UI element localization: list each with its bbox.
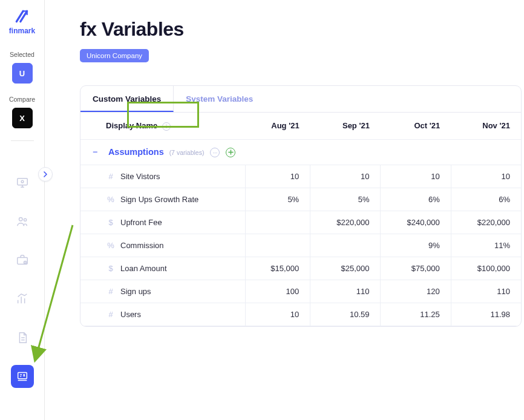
company-badge[interactable]: Unicorn Company xyxy=(80,49,149,62)
cell-value[interactable]: $100,000 xyxy=(451,257,521,280)
cell-value[interactable]: 11.25 xyxy=(381,303,451,326)
cell-value[interactable]: 11% xyxy=(451,234,521,257)
type-icon: # xyxy=(106,287,116,296)
brand-name: finmark xyxy=(9,27,35,35)
nav-expenses[interactable] xyxy=(11,249,34,272)
sidebar-nav xyxy=(11,171,34,388)
row-name-cell: %Sign Ups Growth Rate xyxy=(80,188,246,211)
row-name: Upfront Fee xyxy=(120,218,162,227)
document-icon xyxy=(16,331,29,344)
group-name[interactable]: Assumptions xyxy=(108,147,164,157)
nav-people[interactable] xyxy=(11,210,34,233)
group-add-button[interactable] xyxy=(226,148,235,157)
cell-value[interactable]: $25,000 xyxy=(310,257,381,280)
col-month-3: Nov '21 xyxy=(451,113,521,139)
selected-scenario-chip[interactable]: U xyxy=(12,63,33,84)
cell-value[interactable]: $75,000 xyxy=(381,257,451,280)
cell-value[interactable]: $15,000 xyxy=(246,257,310,280)
svg-rect-0 xyxy=(17,179,27,185)
row-name-cell: $Loan Amount xyxy=(80,257,246,280)
cell-value[interactable]: 10 xyxy=(310,165,381,188)
cell-value[interactable] xyxy=(246,234,310,257)
svg-point-2 xyxy=(19,218,22,221)
nav-documents[interactable] xyxy=(11,326,34,349)
cell-value[interactable]: 9% xyxy=(381,234,451,257)
sidebar-compare-label: Compare xyxy=(9,96,35,103)
row-name: Sign Ups Growth Rate xyxy=(120,195,198,204)
row-name-cell: $Upfront Fee xyxy=(80,211,246,234)
cell-value[interactable]: 120 xyxy=(381,280,451,303)
cell-value[interactable] xyxy=(310,234,381,257)
cell-value[interactable]: 10.59 xyxy=(310,303,381,326)
cell-value[interactable]: 110 xyxy=(451,280,521,303)
type-icon: $ xyxy=(106,264,116,273)
table-row[interactable]: #Users1010.5911.2511.98 xyxy=(80,303,521,326)
compare-scenario-chip[interactable]: X xyxy=(12,108,33,128)
row-name-cell: #Site Vistors xyxy=(80,165,246,188)
cell-value[interactable] xyxy=(246,211,310,234)
briefcase-money-icon xyxy=(16,254,29,267)
svg-rect-6 xyxy=(18,373,27,379)
row-name: Users xyxy=(120,310,141,319)
sidebar: finmark Selected U Compare X xyxy=(0,0,45,420)
type-icon: % xyxy=(106,241,116,250)
table-row[interactable]: #Sign ups100110120110 xyxy=(80,280,521,303)
svg-point-3 xyxy=(24,218,26,221)
type-icon: % xyxy=(106,195,116,204)
tab-custom-variables[interactable]: Custom Variables xyxy=(80,86,174,112)
type-icon: $ xyxy=(106,218,116,227)
variables-table: Display Name i Aug '21 Sep '21 Oct '21 N… xyxy=(80,113,521,326)
cell-value[interactable]: 6% xyxy=(451,188,521,211)
cell-value[interactable]: 10 xyxy=(246,165,310,188)
chevron-right-icon xyxy=(42,171,48,177)
cell-value[interactable]: 10 xyxy=(381,165,451,188)
nav-reports[interactable] xyxy=(11,287,34,310)
col-month-2: Oct '21 xyxy=(381,113,451,139)
cell-value[interactable]: 100 xyxy=(246,280,310,303)
cell-value[interactable]: 10 xyxy=(451,165,521,188)
row-name-cell: #Users xyxy=(80,303,246,326)
cell-value[interactable]: 11.98 xyxy=(451,303,521,326)
group-row-assumptions: − Assumptions (7 variables) ··· xyxy=(80,139,521,165)
cell-value[interactable]: 5% xyxy=(310,188,381,211)
table-row[interactable]: $Loan Amount$15,000$25,000$75,000$100,00… xyxy=(80,257,521,280)
cell-value[interactable]: 5% xyxy=(246,188,310,211)
monitor-money-icon xyxy=(16,176,29,189)
compare-scenario-letter: X xyxy=(19,114,25,123)
cell-value[interactable]: 110 xyxy=(310,280,381,303)
table-row[interactable]: $Upfront Fee$220,000$240,000$220,000 xyxy=(80,211,521,234)
table-row[interactable]: %Sign Ups Growth Rate5%5%6%6% xyxy=(80,188,521,211)
main-content: fx Variables Unicorn Company Custom Vari… xyxy=(45,0,524,420)
col-display-name: Display Name i xyxy=(80,113,246,139)
nav-variables[interactable] xyxy=(11,365,34,388)
cell-value[interactable]: $240,000 xyxy=(381,211,451,234)
nav-dashboard[interactable] xyxy=(11,171,34,194)
sidebar-toggle[interactable] xyxy=(38,167,53,182)
sidebar-selected-label: Selected xyxy=(10,51,34,58)
variables-icon xyxy=(16,370,29,383)
people-icon xyxy=(16,215,29,228)
cell-value[interactable]: $220,000 xyxy=(451,211,521,234)
table-row[interactable]: %Commission9%11% xyxy=(80,234,521,257)
table-row[interactable]: #Site Vistors10101010 xyxy=(80,165,521,188)
plus-icon xyxy=(228,149,234,155)
row-name: Commission xyxy=(120,241,164,250)
type-icon: # xyxy=(106,172,116,181)
cell-value[interactable]: 6% xyxy=(381,188,451,211)
tab-system-variables[interactable]: System Variables xyxy=(174,86,265,112)
cell-value[interactable]: 10 xyxy=(246,303,310,326)
type-icon: # xyxy=(106,310,116,319)
group-more-button[interactable]: ··· xyxy=(210,148,220,157)
row-name: Loan Amount xyxy=(120,264,167,273)
col-month-1: Sep '21 xyxy=(310,113,381,139)
group-count: (7 variables) xyxy=(169,149,205,156)
selected-scenario-letter: U xyxy=(19,69,25,78)
page-title: fx Variables xyxy=(80,18,524,41)
logo[interactable]: finmark xyxy=(9,8,35,35)
tabs: Custom Variables System Variables xyxy=(80,86,521,113)
row-name: Site Vistors xyxy=(120,172,160,181)
collapse-icon[interactable]: − xyxy=(93,147,101,157)
bar-chart-icon xyxy=(16,292,29,306)
cell-value[interactable]: $220,000 xyxy=(310,211,381,234)
info-icon[interactable]: i xyxy=(162,122,171,131)
